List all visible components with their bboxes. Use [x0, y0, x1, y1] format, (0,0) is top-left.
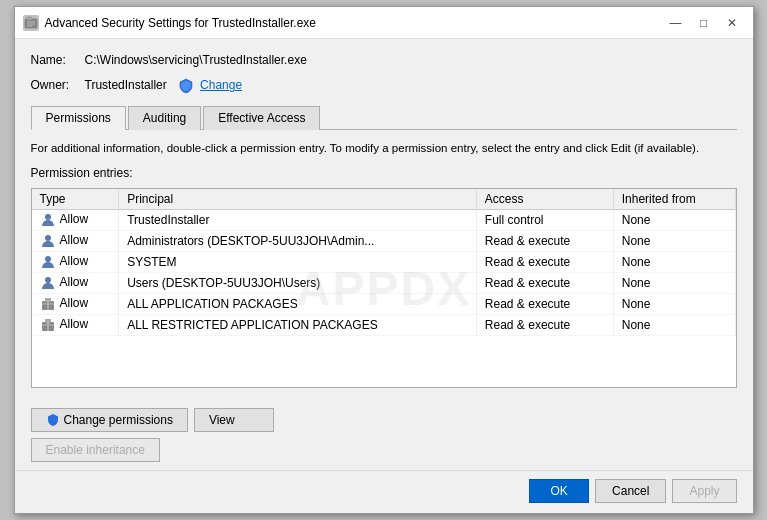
cancel-button[interactable]: Cancel: [595, 479, 666, 503]
tab-auditing[interactable]: Auditing: [128, 106, 201, 130]
package-icon: [40, 317, 56, 333]
cell-inherited: None: [613, 272, 735, 293]
shield-icon: [178, 78, 194, 94]
btn-row-2: Enable inheritance: [31, 438, 737, 462]
owner-label: Owner:: [31, 76, 81, 95]
table-row[interactable]: AllowTrustedInstallerFull controlNone: [32, 209, 736, 230]
description-text: For additional information, double-click…: [31, 140, 737, 156]
cell-inherited: None: [613, 230, 735, 251]
cell-inherited: None: [613, 251, 735, 272]
name-value: C:\Windows\servicing\TrustedInstaller.ex…: [85, 51, 307, 70]
cell-inherited: None: [613, 209, 735, 230]
table-header-row: Type Principal Access Inherited from: [32, 189, 736, 210]
type-text: Allow: [60, 296, 89, 310]
cell-principal: Users (DESKTOP-5UU3JOH\Users): [119, 272, 477, 293]
tab-permissions[interactable]: Permissions: [31, 106, 126, 130]
ok-button[interactable]: OK: [529, 479, 589, 503]
user-icon: [40, 275, 56, 291]
cell-access: Read & execute: [476, 230, 613, 251]
window-title: Advanced Security Settings for TrustedIn…: [45, 16, 663, 30]
cell-access: Read & execute: [476, 251, 613, 272]
title-bar: Advanced Security Settings for TrustedIn…: [15, 7, 753, 39]
svg-point-5: [45, 214, 51, 220]
owner-value: TrustedInstaller: [85, 76, 167, 95]
type-text: Allow: [60, 317, 89, 331]
cell-type: Allow: [32, 272, 119, 293]
change-permissions-label: Change permissions: [64, 413, 173, 427]
change-permissions-button[interactable]: Change permissions: [31, 408, 188, 432]
svg-rect-0: [25, 19, 37, 28]
maximize-button[interactable]: □: [691, 13, 717, 33]
cell-type: Allow: [32, 293, 119, 314]
apply-button[interactable]: Apply: [672, 479, 736, 503]
btn-row-1: Change permissions View: [31, 408, 737, 432]
user-icon: [40, 212, 56, 228]
cell-access: Read & execute: [476, 314, 613, 335]
package-icon: [40, 296, 56, 312]
type-text: Allow: [60, 212, 89, 226]
cell-inherited: None: [613, 314, 735, 335]
cell-inherited: None: [613, 293, 735, 314]
svg-point-6: [45, 235, 51, 241]
svg-point-7: [45, 256, 51, 262]
bottom-section: Change permissions View Enable inheritan…: [15, 400, 753, 470]
user-icon: [40, 254, 56, 270]
cell-access: Read & execute: [476, 293, 613, 314]
view-button[interactable]: View: [194, 408, 274, 432]
name-row: Name: C:\Windows\servicing\TrustedInstal…: [31, 51, 737, 70]
col-type: Type: [32, 189, 119, 210]
type-text: Allow: [60, 233, 89, 247]
col-inherited: Inherited from: [613, 189, 735, 210]
tabs-container: Permissions Auditing Effective Access: [31, 106, 737, 130]
user-icon: [40, 233, 56, 249]
tab-effective-access[interactable]: Effective Access: [203, 106, 320, 130]
type-text: Allow: [60, 275, 89, 289]
table-row[interactable]: AllowAdministrators (DESKTOP-5UU3JOH\Adm…: [32, 230, 736, 251]
svg-point-8: [45, 277, 51, 283]
cell-principal: TrustedInstaller: [119, 209, 477, 230]
cell-principal: SYSTEM: [119, 251, 477, 272]
entries-label: Permission entries:: [31, 166, 737, 180]
cell-type: Allow: [32, 209, 119, 230]
cell-type: Allow: [32, 314, 119, 335]
window-controls: — □ ✕: [663, 13, 745, 33]
owner-row: Owner: TrustedInstaller Change: [31, 76, 737, 95]
permissions-table-container[interactable]: APPDX Type Principal Access Inherited fr…: [31, 188, 737, 388]
close-button[interactable]: ✕: [719, 13, 745, 33]
table-row[interactable]: AllowSYSTEMRead & executeNone: [32, 251, 736, 272]
col-access: Access: [476, 189, 613, 210]
cell-type: Allow: [32, 230, 119, 251]
cell-principal: ALL RESTRICTED APPLICATION PACKAGES: [119, 314, 477, 335]
name-label: Name:: [31, 51, 81, 70]
svg-rect-1: [27, 17, 32, 20]
window-icon: [23, 15, 39, 31]
enable-inheritance-button[interactable]: Enable inheritance: [31, 438, 160, 462]
type-text: Allow: [60, 254, 89, 268]
main-content: Name: C:\Windows\servicing\TrustedInstal…: [15, 39, 753, 399]
minimize-button[interactable]: —: [663, 13, 689, 33]
cell-access: Read & execute: [476, 272, 613, 293]
cell-principal: Administrators (DESKTOP-5UU3JOH\Admin...: [119, 230, 477, 251]
table-row[interactable]: AllowALL APPLICATION PACKAGESRead & exec…: [32, 293, 736, 314]
cell-access: Full control: [476, 209, 613, 230]
permissions-table: Type Principal Access Inherited from All…: [32, 189, 736, 336]
table-row[interactable]: AllowUsers (DESKTOP-5UU3JOH\Users)Read &…: [32, 272, 736, 293]
table-row[interactable]: AllowALL RESTRICTED APPLICATION PACKAGES…: [32, 314, 736, 335]
main-window: Advanced Security Settings for TrustedIn…: [14, 6, 754, 513]
shield-small-icon: [46, 413, 60, 427]
cell-type: Allow: [32, 251, 119, 272]
col-principal: Principal: [119, 189, 477, 210]
cell-principal: ALL APPLICATION PACKAGES: [119, 293, 477, 314]
change-owner-link[interactable]: Change: [200, 76, 242, 95]
footer-buttons: OK Cancel Apply: [15, 470, 753, 513]
